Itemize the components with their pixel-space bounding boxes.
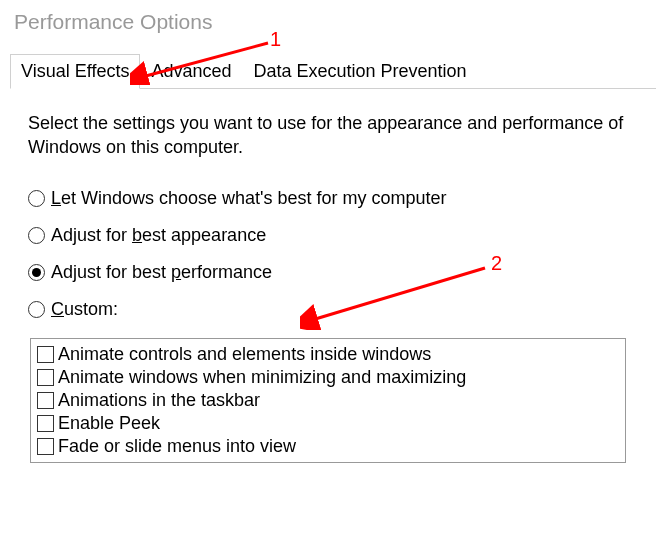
tab-advanced[interactable]: Advanced [140, 54, 242, 88]
checklist-item-3[interactable]: Enable Peek [37, 412, 619, 435]
checklist-item-4[interactable]: Fade or slide menus into view [37, 435, 619, 458]
checklist-label: Fade or slide menus into view [58, 436, 296, 457]
radio-button-icon[interactable] [28, 264, 45, 281]
radio-button-icon[interactable] [28, 227, 45, 244]
tab-data-execution-prevention[interactable]: Data Execution Prevention [242, 54, 477, 88]
radio-option-2[interactable]: Adjust for best performance [28, 262, 628, 283]
checklist-label: Animate controls and elements inside win… [58, 344, 431, 365]
checklist-item-1[interactable]: Animate windows when minimizing and maxi… [37, 366, 619, 389]
radio-option-1[interactable]: Adjust for best appearance [28, 225, 628, 246]
radio-button-icon[interactable] [28, 301, 45, 318]
effects-checklist: Animate controls and elements inside win… [30, 338, 626, 463]
radio-option-3[interactable]: Custom: [28, 299, 628, 320]
checklist-label: Enable Peek [58, 413, 160, 434]
radio-label: Adjust for best performance [51, 262, 272, 283]
description-text: Select the settings you want to use for … [28, 111, 628, 160]
checkbox-icon[interactable] [37, 346, 54, 363]
checkbox-icon[interactable] [37, 415, 54, 432]
checkbox-icon[interactable] [37, 369, 54, 386]
checkbox-icon[interactable] [37, 438, 54, 455]
radio-option-0[interactable]: Let Windows choose what's best for my co… [28, 188, 628, 209]
radio-label: Adjust for best appearance [51, 225, 266, 246]
tab-strip: Visual EffectsAdvancedData Execution Pre… [10, 54, 656, 89]
radio-group: Let Windows choose what's best for my co… [28, 188, 628, 320]
radio-button-icon[interactable] [28, 190, 45, 207]
window-title: Performance Options [0, 0, 656, 40]
checklist-label: Animate windows when minimizing and maxi… [58, 367, 466, 388]
checkbox-icon[interactable] [37, 392, 54, 409]
checklist-item-0[interactable]: Animate controls and elements inside win… [37, 343, 619, 366]
checklist-item-2[interactable]: Animations in the taskbar [37, 389, 619, 412]
tab-content: Select the settings you want to use for … [0, 89, 656, 463]
radio-label: Custom: [51, 299, 118, 320]
radio-label: Let Windows choose what's best for my co… [51, 188, 447, 209]
tab-visual-effects[interactable]: Visual Effects [10, 54, 140, 89]
checklist-label: Animations in the taskbar [58, 390, 260, 411]
